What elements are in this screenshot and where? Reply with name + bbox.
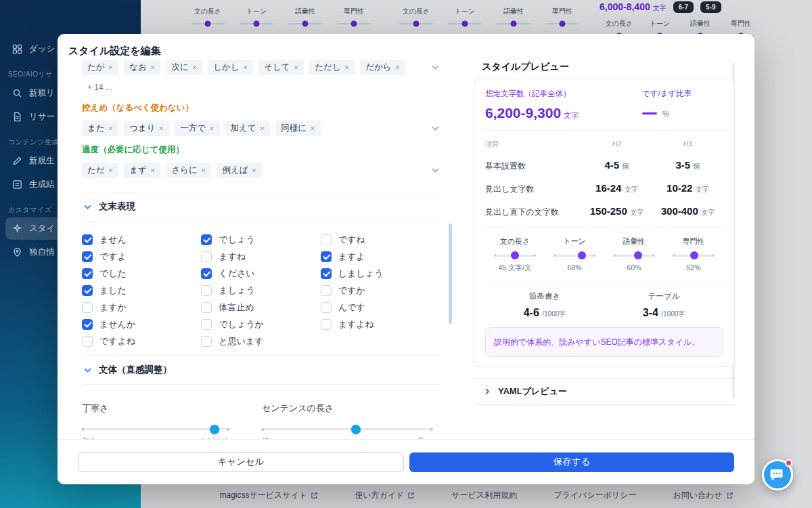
slider-handle xyxy=(690,251,698,259)
remove-icon[interactable]: × xyxy=(243,63,248,72)
ending-option[interactable]: 体言止め xyxy=(201,299,320,316)
politeness-slider[interactable] xyxy=(82,428,229,430)
remove-icon[interactable]: × xyxy=(150,63,156,72)
slider-handle[interactable] xyxy=(351,425,361,434)
conjunction-chip-row-moderate: また× つまり× 一方で× 加えて× 同様に× xyxy=(82,121,440,136)
chat-widget-button[interactable] xyxy=(762,459,793,490)
remove-icon[interactable]: × xyxy=(108,63,114,72)
checkbox[interactable] xyxy=(321,302,332,313)
ending-option[interactable]: でしょう xyxy=(201,231,320,248)
save-button[interactable]: 保存する xyxy=(409,452,734,472)
checkbox[interactable] xyxy=(82,319,93,330)
checkbox[interactable] xyxy=(201,336,212,347)
remove-icon[interactable]: × xyxy=(108,124,114,133)
tag-chip[interactable]: 加えて× xyxy=(225,121,271,136)
tag-chip[interactable]: しかし× xyxy=(208,60,253,75)
chevron-down-icon[interactable] xyxy=(431,63,440,72)
modal-title: スタイル設定を編集 xyxy=(68,45,161,58)
tag-chip[interactable]: 例えば× xyxy=(217,163,262,178)
checkbox[interactable] xyxy=(201,319,212,330)
checkbox[interactable] xyxy=(82,251,93,262)
remove-icon[interactable]: × xyxy=(260,124,265,133)
checkbox[interactable] xyxy=(82,234,93,245)
ending-option[interactable]: ました xyxy=(82,282,201,299)
remove-icon[interactable]: × xyxy=(310,124,315,133)
remove-icon[interactable]: × xyxy=(344,63,350,72)
checkbox[interactable] xyxy=(201,302,212,313)
remove-icon[interactable]: × xyxy=(150,166,156,175)
yaml-preview-accordion[interactable]: YAMLプレビュー xyxy=(474,378,735,405)
tag-chip[interactable]: つまり× xyxy=(124,121,169,136)
checkbox[interactable] xyxy=(321,251,332,262)
tag-chip[interactable]: なお× xyxy=(124,60,160,75)
ending-option[interactable]: んです xyxy=(321,299,440,316)
checkbox[interactable] xyxy=(321,234,332,245)
remove-icon[interactable]: × xyxy=(159,124,164,133)
tag-chip[interactable]: だから× xyxy=(360,60,405,75)
remove-icon[interactable]: × xyxy=(209,124,215,133)
slider-handle[interactable] xyxy=(210,425,219,434)
tag-chip[interactable]: そして× xyxy=(258,60,304,75)
chevron-down-icon xyxy=(83,366,92,375)
checkbox[interactable] xyxy=(321,319,332,330)
cancel-button[interactable]: キャンセル xyxy=(78,452,404,472)
checkbox[interactable] xyxy=(201,285,212,296)
stat-label: テーブル xyxy=(604,291,723,301)
chevron-down-icon[interactable] xyxy=(431,166,440,175)
heading-structure-table: 項目 H2 H3 基本設置数 4-5 個 3-5 個 見出し文字数 16-24 … xyxy=(485,140,723,218)
more-chips-indicator[interactable]: + 14 ... xyxy=(82,81,118,94)
ending-option[interactable]: でしょうか xyxy=(201,316,320,333)
table-row: 基本設置数 4-5 個 3-5 個 xyxy=(485,159,723,172)
ending-option[interactable]: ますよ xyxy=(321,248,440,265)
chevron-down-icon[interactable] xyxy=(431,124,440,133)
remove-icon[interactable]: × xyxy=(201,166,206,175)
checkbox[interactable] xyxy=(82,268,93,279)
form-scrollbar[interactable] xyxy=(449,224,452,324)
ending-option[interactable]: しましょう xyxy=(321,265,440,282)
tag-chip[interactable]: ただ× xyxy=(82,163,118,178)
remove-icon[interactable]: × xyxy=(108,166,114,175)
sentence-length-slider[interactable] xyxy=(262,428,432,430)
tag-chip[interactable]: さらに× xyxy=(166,163,211,178)
checkbox[interactable] xyxy=(82,285,93,296)
tag-chip[interactable]: 次に× xyxy=(166,60,202,75)
checkbox[interactable] xyxy=(321,268,332,279)
ending-option[interactable]: ますね xyxy=(201,248,320,265)
ending-option[interactable]: ですよ xyxy=(82,248,201,265)
ending-option[interactable]: と思います xyxy=(201,333,320,350)
slider-label: トーン xyxy=(545,236,604,247)
ending-option[interactable]: ですか xyxy=(321,282,440,299)
ending-option[interactable]: ましょう xyxy=(201,282,320,299)
ending-option[interactable]: ますか xyxy=(82,299,201,316)
ending-option[interactable]: でした xyxy=(82,265,201,282)
ending-option[interactable]: ますよね xyxy=(321,316,440,333)
ending-option[interactable]: ください xyxy=(201,265,320,282)
preview-heading: スタイルプレビュー xyxy=(474,61,735,73)
tag-chip[interactable]: まず× xyxy=(124,163,160,178)
checkbox[interactable] xyxy=(201,268,212,279)
checkbox[interactable] xyxy=(82,302,93,313)
tag-chip[interactable]: 一方で× xyxy=(175,121,219,136)
checkbox[interactable] xyxy=(201,234,212,245)
sentence-endings-section-header[interactable]: 文末表現 xyxy=(82,192,440,221)
divider xyxy=(482,282,726,282)
checkbox[interactable] xyxy=(201,251,212,262)
mini-slider xyxy=(673,255,714,257)
tag-chip[interactable]: たが× xyxy=(82,60,118,75)
conjunction-chip-row-allowed: ただ× まず× さらに× 例えば× xyxy=(82,163,440,178)
tag-chip[interactable]: また× xyxy=(82,121,118,136)
slider-value: 60% xyxy=(604,263,664,272)
ending-option[interactable]: ですよね xyxy=(82,333,201,350)
tag-chip[interactable]: 同様に× xyxy=(275,121,320,136)
ending-option[interactable]: ですね xyxy=(321,231,440,248)
remove-icon[interactable]: × xyxy=(192,63,198,72)
checkbox[interactable] xyxy=(321,285,332,296)
style-tone-section-header[interactable]: 文体（直感調整） xyxy=(82,356,440,384)
ending-option[interactable]: ませんか xyxy=(82,316,201,333)
ending-option[interactable]: ません xyxy=(82,231,201,248)
remove-icon[interactable]: × xyxy=(294,63,299,72)
remove-icon[interactable]: × xyxy=(395,63,401,72)
tag-chip[interactable]: ただし× xyxy=(309,60,355,75)
remove-icon[interactable]: × xyxy=(251,166,256,175)
checkbox[interactable] xyxy=(82,336,93,347)
